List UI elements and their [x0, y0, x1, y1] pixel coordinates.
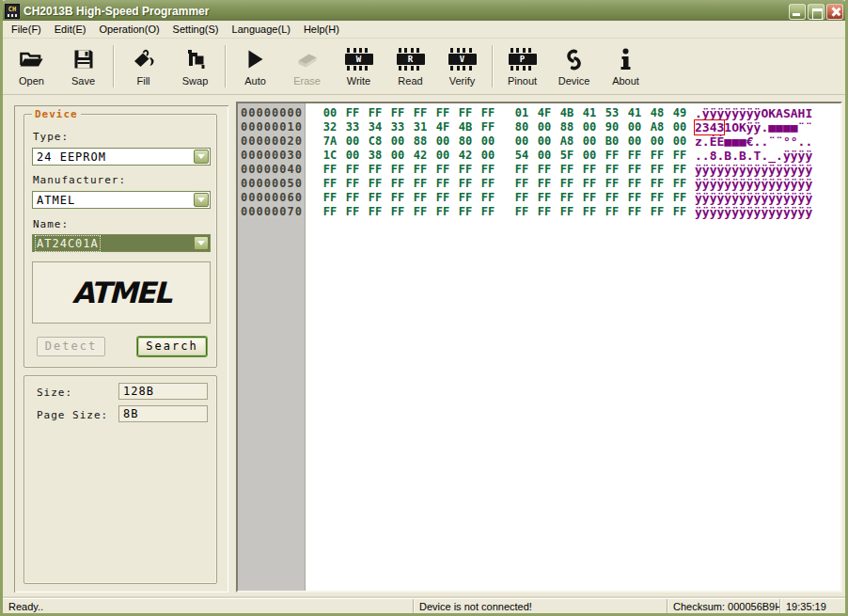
read-button[interactable]: RRead	[385, 40, 436, 92]
maximize-icon[interactable]	[808, 4, 824, 20]
hex-byte[interactable]: 4B	[454, 120, 477, 134]
save-button[interactable]: Save	[57, 40, 109, 92]
type-combobox[interactable]: 24 EEPROM	[32, 148, 211, 166]
chevron-down-icon[interactable]	[194, 193, 209, 207]
hex-byte[interactable]: FF	[409, 163, 432, 177]
hex-byte[interactable]: FF	[477, 205, 499, 219]
hex-byte[interactable]: FF	[668, 205, 691, 219]
hex-byte[interactable]: FF	[646, 191, 668, 205]
hex-byte[interactable]: 7A	[319, 134, 341, 149]
hex-byte[interactable]: FF	[432, 205, 454, 219]
hex-byte[interactable]: FF	[454, 177, 477, 191]
hex-byte[interactable]: FF	[386, 163, 409, 177]
hex-ascii[interactable]: ÿÿÿÿÿÿÿÿÿÿÿÿÿÿÿÿ	[695, 191, 812, 205]
hex-byte[interactable]: 42	[454, 149, 477, 163]
hex-byte[interactable]: FF	[477, 191, 499, 205]
hex-byte[interactable]: FF	[510, 205, 533, 219]
hex-byte[interactable]: 54	[510, 149, 533, 163]
hex-byte[interactable]: 00	[533, 120, 556, 134]
hex-byte[interactable]: FF	[556, 177, 578, 191]
hex-byte[interactable]: 00	[386, 134, 409, 149]
hex-byte[interactable]: 00	[533, 149, 556, 163]
hex-byte[interactable]: A8	[646, 120, 668, 134]
hex-byte[interactable]: FF	[623, 191, 646, 205]
chevron-down-icon[interactable]	[194, 150, 209, 164]
hex-byte[interactable]: 41	[623, 106, 646, 120]
hex-byte[interactable]: 88	[409, 134, 432, 149]
hex-byte[interactable]: FF	[578, 163, 601, 177]
hex-byte[interactable]: FF	[386, 177, 409, 191]
hex-byte[interactable]: FF	[432, 106, 454, 120]
hex-byte[interactable]: FF	[668, 177, 691, 191]
hex-byte[interactable]: FF	[454, 205, 477, 219]
hex-byte[interactable]: FF	[386, 191, 409, 205]
hex-byte[interactable]: 00	[432, 134, 454, 149]
hex-byte[interactable]: FF	[364, 163, 386, 177]
hex-byte[interactable]: FF	[432, 191, 454, 205]
hex-byte[interactable]: FF	[454, 106, 477, 120]
hex-byte[interactable]: 00	[578, 134, 601, 149]
device-button[interactable]: Device	[548, 40, 600, 92]
hex-byte[interactable]: 00	[533, 134, 556, 149]
hex-byte[interactable]: 31	[409, 120, 432, 134]
menu-item-language[interactable]: Language(L)	[226, 22, 297, 37]
hex-byte[interactable]: FF	[364, 177, 386, 191]
hex-byte[interactable]: FF	[409, 191, 432, 205]
hex-byte[interactable]: 4F	[432, 120, 454, 134]
hex-byte[interactable]: FF	[646, 177, 668, 191]
hex-byte[interactable]: 4B	[556, 106, 578, 120]
hex-byte[interactable]: FF	[319, 163, 341, 177]
hex-ascii[interactable]: ÿÿÿÿÿÿÿÿÿÿÿÿÿÿÿÿ	[695, 205, 812, 219]
hex-byte[interactable]: 5F	[556, 149, 578, 163]
hex-byte[interactable]: 49	[668, 106, 691, 120]
hex-byte[interactable]: 90	[601, 120, 623, 134]
hex-byte[interactable]: FF	[319, 205, 341, 219]
hex-byte[interactable]: 00	[432, 149, 454, 163]
hex-byte[interactable]: 00	[668, 120, 691, 134]
hex-byte[interactable]: 80	[510, 120, 533, 134]
hex-byte[interactable]: FF	[533, 191, 556, 205]
hex-ascii[interactable]: ÿÿÿÿÿÿÿÿÿÿÿÿÿÿÿÿ	[695, 177, 812, 191]
hex-byte[interactable]: FF	[409, 106, 432, 120]
pinout-button[interactable]: PPinout	[496, 40, 548, 92]
hex-byte[interactable]: 88	[556, 120, 578, 134]
hex-byte[interactable]: 38	[364, 149, 386, 163]
hex-byte[interactable]: FF	[341, 191, 364, 205]
hex-byte[interactable]: 32	[319, 120, 341, 134]
manufacturer-combobox[interactable]: ATMEL	[32, 191, 211, 209]
hex-byte[interactable]: FF	[341, 106, 364, 120]
hex-byte[interactable]: 33	[386, 120, 409, 134]
hex-byte[interactable]: FF	[533, 163, 556, 177]
hex-byte[interactable]: 4F	[533, 106, 556, 120]
menu-item-file[interactable]: File(F)	[5, 22, 48, 37]
hex-byte[interactable]: 80	[454, 134, 477, 149]
hex-byte[interactable]: FF	[668, 163, 691, 177]
hex-byte[interactable]: 33	[341, 120, 364, 134]
hex-byte[interactable]: 42	[409, 149, 432, 163]
hex-byte[interactable]: FF	[646, 205, 668, 219]
hex-byte[interactable]: FF	[556, 205, 578, 219]
hex-byte[interactable]: FF	[319, 191, 341, 205]
hex-byte[interactable]: FF	[623, 177, 646, 191]
hex-byte[interactable]: FF	[386, 205, 409, 219]
hex-byte[interactable]: FF	[601, 163, 623, 177]
about-button[interactable]: About	[600, 40, 652, 92]
hex-byte[interactable]: 00	[510, 134, 533, 149]
hex-byte[interactable]: FF	[668, 149, 691, 163]
chevron-down-icon[interactable]	[194, 236, 209, 250]
hex-byte[interactable]: FF	[510, 163, 533, 177]
hex-byte[interactable]: FF	[510, 191, 533, 205]
hex-ascii[interactable]: 23431OKÿÿ.■■■■¨¨	[695, 120, 812, 134]
hex-byte[interactable]: 01	[510, 106, 533, 120]
hex-byte[interactable]: 00	[341, 134, 364, 149]
hex-byte[interactable]: FF	[477, 120, 499, 134]
hex-byte[interactable]: 00	[477, 134, 499, 149]
hex-byte[interactable]: FF	[556, 191, 578, 205]
hex-byte[interactable]: FF	[623, 205, 646, 219]
hex-byte[interactable]: FF	[668, 191, 691, 205]
hex-byte[interactable]: 00	[319, 106, 341, 120]
hex-byte[interactable]: FF	[623, 163, 646, 177]
hex-byte[interactable]: FF	[386, 106, 409, 120]
hex-byte[interactable]: FF	[341, 177, 364, 191]
hex-byte[interactable]: 00	[386, 149, 409, 163]
